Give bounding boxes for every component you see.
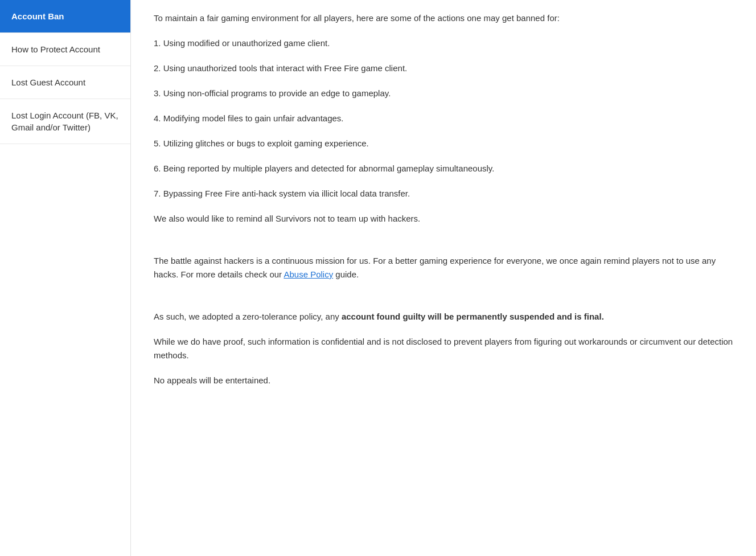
battle-text: The battle against hackers is a continuo… xyxy=(154,254,733,281)
zero-tolerance-text: As such, we adopted a zero-tolerance pol… xyxy=(154,310,733,324)
numbered-item-6: 6. Being reported by multiple players an… xyxy=(154,162,733,175)
numbered-item-3: 3. Using non-official programs to provid… xyxy=(154,87,733,100)
abuse-policy-link[interactable]: Abuse Policy xyxy=(284,269,333,279)
main-content: To maintain a fair gaming environment fo… xyxy=(131,0,756,556)
intro-text: To maintain a fair gaming environment fo… xyxy=(154,11,733,25)
reminder-text: We also would like to remind all Survivo… xyxy=(154,212,733,226)
page-layout: Account BanHow to Protect AccountLost Gu… xyxy=(0,0,756,556)
confidential-text: While we do have proof, such information… xyxy=(154,335,733,362)
numbered-item-2: 2. Using unauthorized tools that interac… xyxy=(154,62,733,75)
bold-suspension-text: account found guilty will be permanently… xyxy=(342,312,604,321)
numbered-item-1: 1. Using modified or unauthorized game c… xyxy=(154,36,733,50)
sidebar: Account BanHow to Protect AccountLost Gu… xyxy=(0,0,131,556)
no-appeals-text: No appeals will be entertained. xyxy=(154,374,733,387)
sidebar-item-lost-login-account[interactable]: Lost Login Account (FB, VK, Gmail and/or… xyxy=(0,99,130,144)
sidebar-item-lost-guest-account[interactable]: Lost Guest Account xyxy=(0,66,130,99)
numbered-item-5: 5. Utilizing glitches or bugs to exploit… xyxy=(154,137,733,150)
sidebar-item-account-ban[interactable]: Account Ban xyxy=(0,0,130,33)
numbered-item-7: 7. Bypassing Free Fire anti-hack system … xyxy=(154,187,733,201)
numbered-item-4: 4. Modifying model files to gain unfair … xyxy=(154,112,733,125)
sidebar-item-how-to-protect[interactable]: How to Protect Account xyxy=(0,33,130,66)
